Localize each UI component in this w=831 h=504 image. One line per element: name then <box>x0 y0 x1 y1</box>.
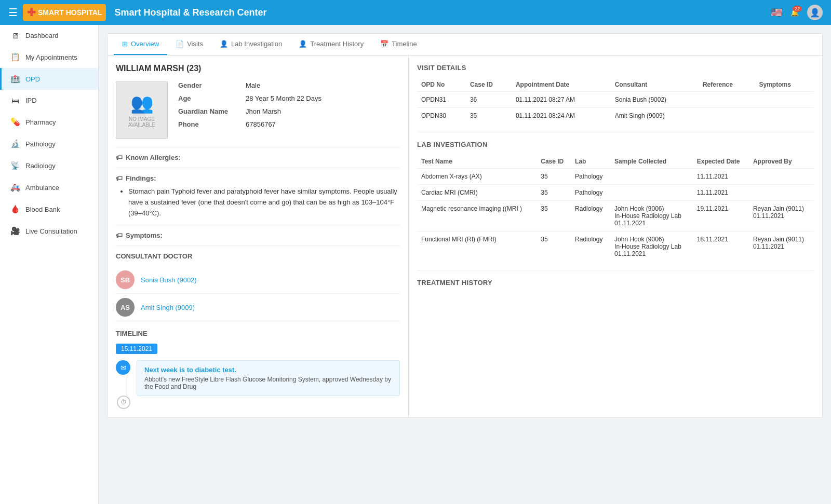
tab-treatment-history[interactable]: 👤 Treatment History <box>290 34 372 55</box>
timeline-content: Next week is to diabetic test. Abbott's … <box>137 360 400 396</box>
visit-reference <box>699 108 755 124</box>
tag-icon-findings: 🏷 <box>116 174 123 182</box>
patient-photo-icon: 👥 <box>130 92 154 114</box>
sidebar-label-opd: OPD <box>25 75 40 83</box>
lab-col-approved: Approved By <box>749 155 814 169</box>
table-row: Functional MRI (RI) (FMRI) 35 Radiology … <box>417 231 814 262</box>
live-consultation-icon: 🎥 <box>10 226 20 236</box>
tab-visits[interactable]: 📄 Visits <box>167 34 211 55</box>
visit-symptoms <box>755 108 814 124</box>
visit-case-id: 35 <box>466 108 512 124</box>
sidebar-item-dashboard[interactable]: 🖥 Dashboard <box>0 25 98 46</box>
sidebar-label-ipd: IPD <box>25 97 37 104</box>
table-row: Magnetic resonance imaging ((MRI ) 35 Ra… <box>417 201 814 231</box>
lab-lab: Pathology <box>571 185 610 201</box>
patient-info: 👥 NO IMAGEAVAILABLE Gender Male Age 28 Y… <box>116 81 400 139</box>
sidebar-item-blood-bank[interactable]: 🩸 Blood Bank <box>0 198 98 220</box>
lab-approved: Reyan Jain (9011)01.11.2021 <box>749 231 814 262</box>
timeline-end-dot: ⏱ <box>117 396 130 409</box>
table-row: Abdomen X-rays (AX) 35 Pathology 11.11.2… <box>417 169 814 185</box>
sidebar-item-opd[interactable]: 🏥 OPD <box>0 68 98 90</box>
lab-sample <box>610 169 693 185</box>
tab-lab-investigation[interactable]: 👤 Lab Investigation <box>211 34 290 55</box>
lab-expected: 11.11.2021 <box>693 169 749 185</box>
visit-consultant: Amit Singh (9009) <box>611 108 699 124</box>
col-opd-no: OPD No <box>417 78 466 92</box>
tab-treatment-label: Treatment History <box>310 40 364 48</box>
sidebar-label-my-appointments: My Appointments <box>25 53 77 61</box>
findings-section: 🏷 Findings: <box>116 174 400 182</box>
gender-value: Male <box>246 81 260 89</box>
lab-lab: Radiology <box>571 201 610 231</box>
lab-sample: John Hook (9006)In-House Radiology Lab01… <box>610 231 693 262</box>
pathology-icon: 🔬 <box>10 139 20 148</box>
sidebar-item-ambulance[interactable]: 🚑 Ambulance <box>0 176 98 198</box>
info-row-gender: Gender Male <box>178 81 400 89</box>
age-value: 28 Year 5 Month 22 Days <box>246 94 321 102</box>
tab-overview-label: Overview <box>131 40 159 48</box>
consultant-title: CONSULTANT DOCTOR <box>116 252 400 260</box>
sidebar-item-ipd[interactable]: 🛏 IPD <box>0 90 98 111</box>
tag-icon-allergies: 🏷 <box>116 154 123 161</box>
sidebar-item-pharmacy[interactable]: 💊 Pharmacy <box>0 111 98 133</box>
header: ☰ ✚ SMART HOSPITAL Smart Hospital & Rese… <box>0 0 831 25</box>
bell-button[interactable]: 🔔 22 <box>790 9 799 17</box>
logo-plus: ✚ <box>27 6 36 19</box>
sidebar-item-pathology[interactable]: 🔬 Pathology <box>0 133 98 155</box>
visit-opd-no: OPDN31 <box>417 92 466 108</box>
lab-test-name: Cardiac MRI (CMRI) <box>417 185 537 201</box>
table-row: Cardiac MRI (CMRI) 35 Pathology 11.11.20… <box>417 185 814 201</box>
sidebar-item-live-consultation[interactable]: 🎥 Live Consultation <box>0 220 98 242</box>
visit-symptoms <box>755 92 814 108</box>
lab-investigation-title: LAB INVESTIGATION <box>417 141 814 148</box>
visit-details-table: OPD No Case ID Appointment Date Consulta… <box>417 78 814 124</box>
menu-icon[interactable]: ☰ <box>8 6 18 19</box>
pharmacy-icon: 💊 <box>10 117 20 127</box>
lab-test-name: Magnetic resonance imaging ((MRI ) <box>417 201 537 231</box>
lab-expected: 19.11.2021 <box>693 201 749 231</box>
visit-consultant: Sonia Bush (9002) <box>611 92 699 108</box>
doctor-name-0[interactable]: Sonia Bush (9002) <box>141 276 197 284</box>
logo-text: SMART HOSPITAL <box>38 8 102 17</box>
lab-col-expected: Expected Date <box>693 155 749 169</box>
lab-icon: 👤 <box>220 40 228 48</box>
col-symptoms: Symptoms <box>755 78 814 92</box>
tab-overview[interactable]: ⊞ Overview <box>114 34 167 55</box>
sidebar-item-radiology[interactable]: 📡 Radiology <box>0 155 98 176</box>
timeline-connector <box>127 375 127 396</box>
col-appt-date: Appointment Date <box>512 78 611 92</box>
tab-timeline[interactable]: 📅 Timeline <box>372 34 425 55</box>
col-reference: Reference <box>699 78 755 92</box>
timeline-date-badge: 15.11.2021 <box>116 344 157 354</box>
sidebar: 🖥 Dashboard 📋 My Appointments 🏥 OPD 🛏 IP… <box>0 25 99 504</box>
sidebar-label-dashboard: Dashboard <box>25 32 59 39</box>
doctor-name-1[interactable]: Amit Singh (9009) <box>141 304 195 311</box>
ipd-icon: 🛏 <box>10 96 20 105</box>
lab-col-test: Test Name <box>417 155 537 169</box>
timeline-headline: Next week is to diabetic test. <box>144 366 392 374</box>
sidebar-item-my-appointments[interactable]: 📋 My Appointments <box>0 46 98 68</box>
col-case-id: Case ID <box>466 78 512 92</box>
timeline-dot: ✉ <box>116 360 130 375</box>
doctor-avatar-1: AS <box>116 298 135 317</box>
known-allergies-section: 🏷 Known Allergies: <box>116 154 400 161</box>
phone-label: Phone <box>178 120 246 128</box>
timeline-title: TIMELINE <box>116 330 400 337</box>
treatment-icon: 👤 <box>299 40 307 48</box>
user-avatar[interactable]: 👤 <box>807 5 823 20</box>
flag-icon[interactable]: 🇺🇸 <box>771 7 782 18</box>
opd-icon: 🏥 <box>10 74 20 84</box>
treatment-history-title: TREATMENT HISTORY <box>417 279 814 287</box>
table-row: OPDN30 35 01.11.2021 08:24 AM Amit Singh… <box>417 108 814 124</box>
table-row: OPDN31 36 01.11.2021 08:27 AM Sonia Bush… <box>417 92 814 108</box>
patient-no-image-label: NO IMAGEAVAILABLE <box>128 116 155 128</box>
main-content: ⊞ Overview 📄 Visits 👤 Lab Investigation … <box>99 25 831 504</box>
two-col-layout: WILLIAM MARSH (23) 👥 NO IMAGEAVAILABLE G… <box>108 56 822 417</box>
doctor-row-0: SB Sonia Bush (9002) <box>116 266 400 294</box>
age-label: Age <box>178 94 246 102</box>
lab-sample: John Hook (9006)In-House Radiology Lab01… <box>610 201 693 231</box>
lab-col-case-id: Case ID <box>537 155 571 169</box>
ambulance-icon: 🚑 <box>10 183 20 192</box>
sidebar-label-pharmacy: Pharmacy <box>25 118 56 126</box>
visits-icon: 📄 <box>176 40 184 48</box>
